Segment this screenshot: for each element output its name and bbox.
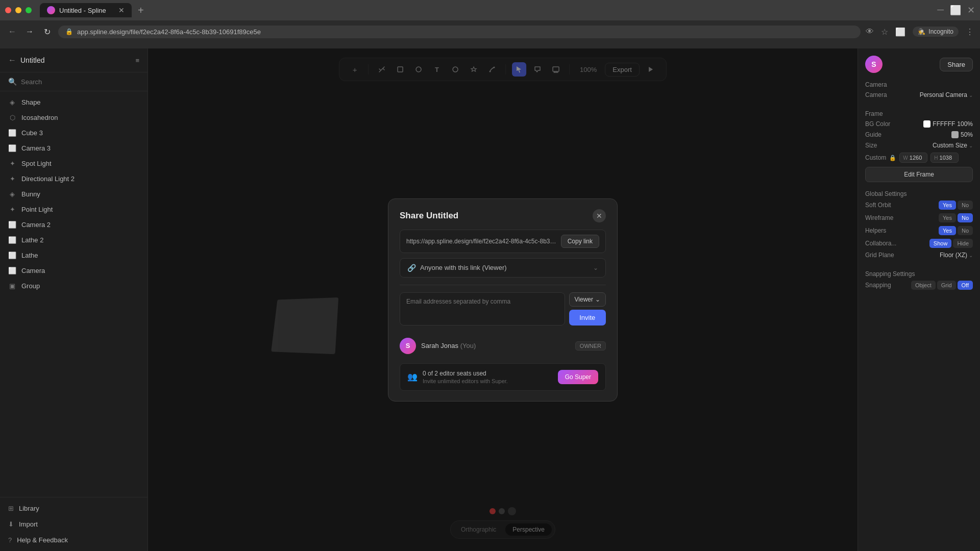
scene-item-label-camera2: Camera 2 (21, 221, 139, 229)
import-item[interactable]: ⬇ Import (0, 516, 148, 532)
bg-color-value[interactable]: FFFFFF 100% (923, 120, 973, 128)
share-button[interactable]: Share (940, 58, 973, 71)
collabora-hide-btn[interactable]: Hide (953, 239, 973, 248)
sidebar-toggle-icon[interactable]: ⬜ (895, 27, 905, 37)
scene-item-group[interactable]: ▣ Group (0, 278, 148, 293)
viewer-dropdown[interactable]: Viewer ⌄ (569, 292, 606, 307)
custom-label: Custom (865, 154, 886, 161)
main-canvas[interactable]: + T (148, 48, 857, 551)
scene-item-point-light[interactable]: ✦ Point Light (0, 202, 148, 217)
nav-forward-btn[interactable]: → (23, 26, 36, 38)
scene-item-spot-light[interactable]: ✦ Spot Light (0, 156, 148, 171)
address-bar[interactable]: 🔒 app.spline.design/file/f2ec2a42-8f6a-4… (58, 26, 861, 38)
window-close-btn[interactable] (5, 7, 11, 13)
super-text-area: 0 of 2 editor seats used Invite unlimite… (423, 370, 553, 384)
modal-close-button[interactable]: ✕ (593, 209, 606, 222)
back-arrow-icon[interactable]: ← (8, 56, 16, 65)
camera2-icon: ⬜ (8, 220, 16, 229)
helpers-yes-btn[interactable]: Yes (939, 226, 956, 235)
width-value: 1260 (910, 155, 922, 161)
help-item[interactable]: ? Help & Feedback (0, 532, 148, 548)
snapping-object-btn[interactable]: Object (911, 281, 936, 290)
helpers-no-btn[interactable]: No (958, 226, 973, 235)
scene-item-camera[interactable]: ⬜ Camera (0, 263, 148, 278)
collabora-show-btn[interactable]: Show (929, 239, 952, 248)
help-label: Help & Feedback (17, 536, 68, 544)
sidebar-title-area: ← Untitled (8, 56, 44, 65)
browser-tab-active[interactable]: Untitled - Spline ✕ (40, 3, 132, 17)
collabora-label: Collabora... (865, 240, 896, 247)
window-close-icon[interactable]: ✕ (967, 5, 975, 16)
sidebar-menu-icon[interactable]: ≡ (135, 57, 139, 64)
scene-item-lathe[interactable]: ⬜ Lathe (0, 247, 148, 263)
nav-back-btn[interactable]: ← (6, 26, 18, 38)
scene-item-lathe2[interactable]: ⬜ Lathe 2 (0, 232, 148, 247)
incognito-badge: 🕵 Incognito (913, 27, 959, 37)
scene-item-label-shape: Shape (21, 98, 139, 106)
grid-plane-dropdown[interactable]: Floor (XZ) ⌄ (940, 252, 973, 259)
wireframe-no-btn[interactable]: No (958, 213, 973, 222)
library-item[interactable]: ⊞ Library (0, 500, 148, 516)
scene-item-cube3[interactable]: ⬜ Cube 3 (0, 125, 148, 140)
nav-refresh-btn[interactable]: ↻ (41, 26, 53, 38)
eye-slash-icon[interactable]: 👁 (866, 27, 874, 36)
window-minimize-icon[interactable]: ─ (937, 5, 944, 16)
size-chevron: ⌄ (969, 143, 973, 148)
seats-icon: 👥 (407, 372, 418, 382)
scene-item-dir-light2[interactable]: ✦ Directional Light 2 (0, 171, 148, 186)
collabora-row: Collabora... Show Hide (865, 239, 973, 248)
nav-icons-right: 👁 ☆ ⬜ 🕵 Incognito ⋮ (866, 27, 974, 37)
help-icon: ? (8, 536, 12, 544)
height-input[interactable]: H 1038 (930, 153, 959, 163)
search-input[interactable] (21, 78, 139, 86)
browser-titlebar: Untitled - Spline ✕ + ─ ⬜ ✕ (0, 0, 980, 20)
group-icon: ▣ (8, 282, 16, 290)
camera-type-dropdown[interactable]: Personal Camera ⌄ (920, 91, 973, 98)
owner-badge: OWNER (575, 341, 606, 350)
width-input[interactable]: W 1260 (899, 153, 927, 163)
copy-link-button[interactable]: Copy link (561, 235, 599, 248)
link-icon: 🔗 (407, 264, 416, 272)
go-super-button[interactable]: Go Super (558, 370, 598, 384)
invite-button[interactable]: Invite (569, 310, 606, 325)
soft-orbit-no-btn[interactable]: No (958, 201, 973, 210)
size-dropdown[interactable]: Custom Size ⌄ (933, 142, 973, 149)
scene-item-label-camera3: Camera 3 (21, 144, 139, 152)
tab-close-icon[interactable]: ✕ (118, 6, 125, 14)
wireframe-yes-btn[interactable]: Yes (939, 213, 956, 222)
snapping-off-btn[interactable]: Off (958, 281, 973, 290)
camera-type-chevron: ⌄ (969, 92, 973, 98)
scene-item-shape[interactable]: ◈ Shape (0, 94, 148, 110)
snapping-grid-btn[interactable]: Grid (937, 281, 956, 290)
member-avatar: S (400, 338, 416, 354)
guide-value[interactable]: 50% (951, 131, 973, 138)
bg-color-opacity: 100% (957, 120, 973, 128)
new-tab-button[interactable]: + (134, 3, 148, 18)
helpers-toggle: Yes No (939, 226, 973, 235)
scene-item-camera3[interactable]: ⬜ Camera 3 (0, 140, 148, 156)
scene-item-bunny[interactable]: ◈ Bunny (0, 186, 148, 202)
window-maximize-icon[interactable]: ⬜ (950, 5, 961, 16)
snapping-toggle: Object Grid Off (911, 281, 973, 290)
scene-item-label-bunny: Bunny (21, 190, 139, 198)
size-label: Size (865, 142, 877, 149)
access-row[interactable]: 🔗 Anyone with this link (Viewer) ⌄ (400, 258, 606, 278)
star-icon[interactable]: ☆ (881, 27, 888, 37)
window-maximize-btn[interactable] (26, 7, 32, 13)
invite-controls: Viewer ⌄ Invite (569, 292, 606, 325)
edit-frame-button[interactable]: Edit Frame (865, 167, 973, 182)
user-avatar: S (865, 56, 883, 73)
incognito-icon: 🕵 (918, 28, 925, 35)
more-options-icon[interactable]: ⋮ (966, 27, 974, 37)
scene-item-camera2[interactable]: ⬜ Camera 2 (0, 217, 148, 232)
icosahedron-icon: ⬡ (8, 113, 16, 121)
email-input[interactable]: Email addresses separated by comma (400, 292, 565, 325)
soft-orbit-yes-btn[interactable]: Yes (939, 201, 956, 210)
soft-orbit-toggle: Yes No (939, 201, 973, 210)
modal-title: Share Untitled (400, 211, 458, 221)
right-sidebar: S Share Camera Camera Personal Camera ⌄ … (857, 48, 980, 551)
scene-item-label-group: Group (21, 282, 139, 290)
scene-item-icosahedron[interactable]: ⬡ Icosahedron (0, 110, 148, 125)
window-minimize-btn[interactable] (15, 7, 21, 13)
width-label: W (903, 155, 908, 161)
